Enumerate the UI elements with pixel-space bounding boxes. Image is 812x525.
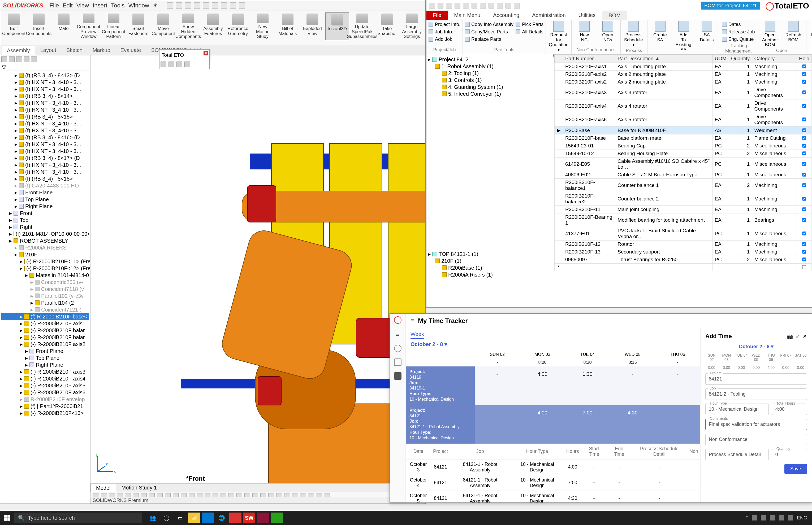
eto-btn[interactable]: Dates (722, 21, 755, 28)
tree-node[interactable]: ▸Mates in 2101-M814-0 (1, 272, 89, 279)
view-tab-model[interactable]: Model (90, 484, 116, 492)
tree-node[interactable]: ▸(f) HX NT - 3_4-10 - 3… (1, 148, 89, 154)
eto-project-tree[interactable]: ▸ Project 841211: Robot Assembly (1)2: T… (426, 54, 554, 249)
sw-menu-tools[interactable]: Tools (111, 2, 125, 9)
tree-node[interactable]: ▸Parallel104 (2 (1, 299, 89, 306)
tree-node[interactable]: ▸(f) GA20-4488-001 HO (1, 182, 89, 189)
bom-row[interactable]: R200iB210F-axis3Axis 3 rotatorEA1Drive C… (555, 86, 812, 100)
tt-hour-cell[interactable]: - (655, 405, 700, 444)
eto-tab-accounting[interactable]: Accounting (487, 11, 526, 20)
tree-node[interactable]: ▸(f) (RB 3_4) - 8<17> (D (1, 154, 89, 162)
tree-node[interactable]: ▸(-) R-2000iB210F<12> (Fre (1, 265, 89, 272)
tt-date-range[interactable]: October 2 - 8 (410, 341, 443, 347)
teto-tool-icon[interactable] (185, 61, 190, 68)
bom-row[interactable]: R200iB210F-13Secondary supportEA1Machini… (555, 248, 812, 256)
tree-node[interactable]: ▸(-) R-2000iB210F axis3 (1, 368, 89, 375)
sw-ribbon-exploded[interactable]: ExplodedView (301, 13, 324, 40)
tree-node[interactable]: ▸Right Plane (1, 203, 89, 210)
hold-checkbox[interactable] (802, 183, 806, 187)
hold-checkbox[interactable] (802, 90, 806, 94)
eto-btn[interactable]: OpenNCs (597, 21, 618, 42)
qat-print-icon[interactable] (203, 2, 209, 9)
tb-taskview-icon[interactable]: ◯ (160, 512, 173, 523)
teto-tool-icon[interactable] (161, 61, 166, 68)
tt-detail-row[interactable]: October 48412184121-1 - Robot Assembly10… (406, 475, 700, 491)
tree-node[interactable]: ▸R2000iA RISERS (1, 244, 89, 251)
tree-node[interactable]: ▸Right (1, 224, 89, 230)
sw-ribbon-large[interactable]: LargeAssembly Settings (400, 13, 424, 40)
hold-checkbox[interactable] (802, 207, 806, 211)
tree-node[interactable]: ▸(-) R-2000iB210F axis1 (1, 320, 89, 327)
hold-checkbox[interactable] (802, 162, 806, 166)
bom-row[interactable]: R200iB210F-axis4Axis 4 rotatorEA1Drive C… (555, 100, 812, 113)
tree-node[interactable]: ▸Coincident7121 ( (1, 306, 89, 313)
tray-chevron-icon[interactable]: ˄ (746, 515, 748, 521)
sw-ribbon-new[interactable]: NewMotion Study (251, 13, 275, 40)
sw-tab-assembly[interactable]: Assembly (2, 46, 35, 55)
property-mgr-icon[interactable] (9, 57, 15, 62)
bom-col-header[interactable]: Hold (797, 55, 811, 63)
eto-btn[interactable]: SADetails (696, 21, 717, 42)
eto-tab-file[interactable]: File (426, 11, 448, 20)
tt-hourtype-select[interactable]: 10 - Mechanical Design (705, 404, 769, 415)
hold-checkbox[interactable] (802, 257, 806, 261)
tt-week-tab[interactable]: Week (410, 331, 424, 339)
eto-tab-mainmenu[interactable]: Main Menu (448, 11, 487, 20)
tt-qty-input[interactable]: 0 (772, 449, 807, 460)
tree-node[interactable]: ▸Parallel102 (v-c3v (1, 292, 89, 299)
eto-btn[interactable]: Project Info. (429, 21, 460, 28)
eto-qat-icon[interactable] (472, 3, 477, 9)
eto-btn[interactable]: Copy/Move Parts (465, 28, 513, 35)
teto-tool-icon[interactable] (169, 61, 174, 68)
tree-node[interactable]: ▸(f) (RB 3_4) - 8<15> (1, 113, 89, 120)
sw-ribbon-instant3d[interactable]: Instant3D (325, 13, 349, 40)
hold-checkbox[interactable] (802, 250, 806, 254)
eto-bom-grid[interactable]: Part NumberPart Description ▲UOMQuantity… (554, 54, 812, 307)
tray-network-icon[interactable] (761, 515, 766, 521)
nav-item[interactable]: 210F (1) (428, 257, 552, 264)
eto-btn[interactable]: NewNC (574, 21, 595, 42)
hold-checkbox[interactable] (802, 218, 806, 222)
eto-qat-icon[interactable] (497, 3, 503, 9)
tree-node[interactable]: ▸(f) HX NT - 3_4-10 - 3… (1, 106, 89, 113)
tb-outlook-icon[interactable] (202, 512, 214, 523)
tree-node[interactable]: ▸(f) HX NT - 3_4-10 - 3… (1, 168, 89, 175)
tree-node[interactable]: ▸(f) HX NT - 3_4-10 - 3… (1, 127, 89, 134)
eto-btn[interactable]: CreateSA (650, 21, 671, 42)
tree-node[interactable]: ▸210F (1, 251, 89, 258)
nav-item[interactable]: R200iBase (1) (428, 264, 552, 271)
eto-btn[interactable]: Add Job (429, 36, 460, 43)
bom-row[interactable]: R200iB210F-Bearing 1Modified bearing for… (555, 213, 812, 227)
tree-node[interactable]: ▸(-) R-2000iB210F axis4 (1, 375, 89, 382)
eto-btn[interactable]: Reports▾ (809, 21, 812, 42)
tt-detail-row[interactable]: October 58412184121-1 - Robot Assembly10… (406, 491, 700, 502)
bom-col-header[interactable]: Part Number (563, 55, 615, 63)
hold-checkbox[interactable] (802, 265, 806, 269)
eto-btn[interactable]: Replace Parts (465, 36, 513, 43)
tree-node[interactable]: ▸(f) [ Part1^R-2000iB21 (1, 403, 89, 410)
mini-day[interactable]: FRI 07 (779, 353, 792, 362)
nav-item[interactable]: 3: Controls (1) (428, 77, 552, 84)
sw-ribbon-edit[interactable]: EditComponent (2, 13, 26, 40)
mini-day[interactable]: SUN 02 (705, 353, 718, 362)
eto-btn[interactable]: OpenAnother BOM (759, 21, 781, 47)
tb-quickbooks-icon[interactable] (271, 512, 283, 523)
tt-calendar-icon[interactable] (394, 359, 402, 366)
tb-explorer-icon[interactable]: 📁 (188, 512, 200, 523)
nav-item[interactable]: 4: Guarding System (1) (428, 84, 552, 90)
qat-open-icon[interactable] (185, 2, 191, 9)
sw-tab-sketch[interactable]: Sketch (61, 46, 87, 55)
tree-node[interactable]: ▸Top Plane (1, 355, 89, 361)
tree-node[interactable]: ▸(f) HX NT - 3_4-10 - 3… (1, 141, 89, 148)
tt-psd-select[interactable]: Process Schedule Detail (705, 449, 769, 460)
mini-day[interactable]: WED 05 (750, 353, 763, 362)
dim-mgr-icon[interactable] (24, 57, 29, 62)
bom-col-header[interactable]: Part Description ▲ (615, 55, 712, 63)
view-tab-motion[interactable]: Motion Study 1 (116, 484, 162, 492)
tt-hour-cell[interactable]: 1:30 (565, 366, 610, 405)
tb-totaleto-icon[interactable] (229, 512, 242, 523)
feature-tree-icon[interactable] (1, 57, 7, 62)
config-mgr-icon[interactable] (16, 57, 22, 62)
sw-ribbon-assembly[interactable]: AssemblyFeatures (201, 13, 225, 40)
eto-qat-icon[interactable] (514, 3, 520, 9)
